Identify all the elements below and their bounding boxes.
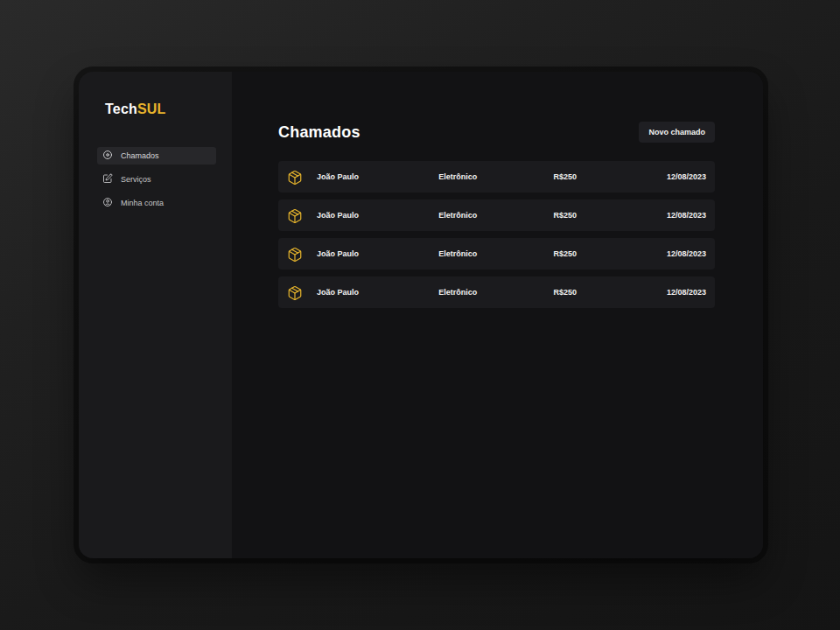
- row-date: 12/08/2023: [619, 249, 706, 258]
- row-client-name: João Paulo: [317, 211, 404, 220]
- table-row[interactable]: João Paulo Eletrônico R$250 12/08/2023: [278, 276, 715, 308]
- sidebar: TechSUL Chamados Serviços Minha conta: [79, 72, 232, 558]
- row-price: R$250: [512, 211, 620, 220]
- sidebar-item-label: Serviços: [121, 175, 151, 184]
- sidebar-item-label: Chamados: [121, 151, 159, 160]
- package-icon: [287, 206, 317, 224]
- row-client-name: João Paulo: [317, 288, 404, 297]
- row-category: Eletrônico: [404, 172, 512, 181]
- main-content: Chamados Novo chamado João Paulo Eletrôn…: [232, 72, 763, 558]
- edit-note-icon: [102, 173, 113, 186]
- main-header: Chamados Novo chamado: [278, 122, 715, 143]
- package-icon: [287, 284, 317, 301]
- sidebar-item-chamados[interactable]: Chamados: [97, 147, 216, 164]
- row-client-name: João Paulo: [317, 172, 404, 181]
- app-window: TechSUL Chamados Serviços Minha conta: [79, 72, 763, 558]
- novo-chamado-button[interactable]: Novo chamado: [639, 122, 715, 143]
- row-price: R$250: [512, 249, 620, 258]
- table-row[interactable]: João Paulo Eletrônico R$250 12/08/2023: [278, 200, 715, 231]
- brand-logo: TechSUL: [105, 102, 209, 117]
- brand-name-accent: SUL: [137, 102, 166, 116]
- row-price: R$250: [512, 288, 620, 297]
- row-date: 12/08/2023: [619, 211, 706, 220]
- row-price: R$250: [512, 172, 620, 181]
- user-circle-icon: [102, 197, 113, 209]
- sidebar-item-label: Minha conta: [121, 199, 164, 207]
- row-category: Eletrônico: [404, 249, 512, 258]
- row-category: Eletrônico: [404, 211, 512, 220]
- chamados-list: João Paulo Eletrônico R$250 12/08/2023 J…: [278, 161, 715, 308]
- brand-name-primary: Tech: [105, 102, 137, 116]
- row-category: Eletrônico: [404, 288, 512, 297]
- sidebar-nav: Chamados Serviços Minha conta: [105, 147, 209, 212]
- circle-dot-icon: [102, 150, 113, 162]
- row-date: 12/08/2023: [619, 288, 706, 297]
- row-date: 12/08/2023: [619, 172, 706, 181]
- table-row[interactable]: João Paulo Eletrônico R$250 12/08/2023: [278, 238, 715, 270]
- table-row[interactable]: João Paulo Eletrônico R$250 12/08/2023: [278, 161, 715, 192]
- sidebar-item-minha-conta[interactable]: Minha conta: [97, 194, 216, 212]
- sidebar-item-servicos[interactable]: Serviços: [97, 171, 216, 188]
- package-icon: [287, 168, 317, 186]
- package-icon: [287, 245, 317, 262]
- row-client-name: João Paulo: [317, 249, 404, 258]
- page-title: Chamados: [278, 123, 360, 142]
